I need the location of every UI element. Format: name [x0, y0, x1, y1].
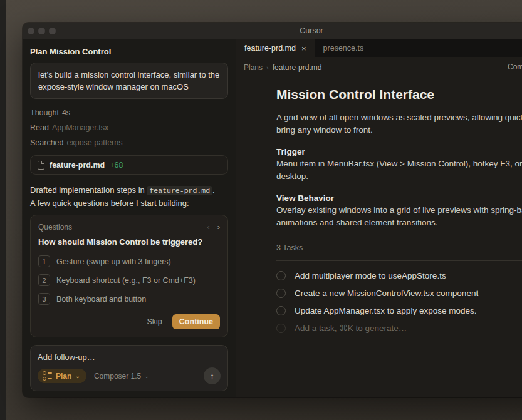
question-option-1[interactable]: 1 Gesture (swipe up with 3 fingers): [38, 254, 220, 269]
option-key-badge: 2: [38, 274, 50, 286]
close-icon[interactable]: ×: [301, 44, 306, 53]
editor-pane: feature-prd.md × presence.ts Plans › fea…: [236, 39, 522, 397]
section-body-view-behavior: Overlay existing windows into a grid of …: [276, 204, 522, 229]
option-label: Both keyboard and button: [56, 295, 146, 304]
window-title: Cursor: [23, 23, 522, 39]
question-option-2[interactable]: 2 Keyboard shortcut (e.g., F3 or Cmd+F3): [38, 273, 220, 287]
option-label: Gesture (swipe up with 3 fingers): [56, 257, 171, 266]
file-chip-name: feature-prd.md: [50, 161, 105, 170]
plan-panel: Plan Mission Control let's build a missi…: [23, 39, 236, 397]
question-option-3[interactable]: 3 Both keyboard and button: [38, 292, 220, 306]
chevron-down-icon: ⌄: [144, 373, 149, 379]
desktop-edge-strip: [0, 0, 6, 420]
message-text: .: [212, 185, 215, 195]
doc-text-line: desktop.: [276, 170, 522, 183]
continue-button[interactable]: Continue: [172, 314, 220, 329]
activity-detail: AppManager.tsx: [52, 123, 108, 132]
user-prompt-quote: let's build a mission control interface,…: [30, 63, 228, 99]
question-options: 1 Gesture (swipe up with 3 fingers) 2 Ke…: [38, 254, 220, 306]
model-label: Composer 1.5: [94, 372, 141, 381]
tab-label: feature-prd.md: [244, 44, 296, 53]
mode-selector[interactable]: Plan ⌄: [38, 369, 86, 383]
tab-feature-prd[interactable]: feature-prd.md ×: [236, 39, 315, 57]
file-chip-additions: +68: [110, 161, 123, 170]
tab-bar: feature-prd.md × presence.ts: [236, 39, 522, 57]
plan-panel-title: Plan Mission Control: [30, 47, 228, 56]
doc-text-line: Overlay existing windows into a grid of …: [276, 204, 522, 217]
task-checkbox-icon[interactable]: [276, 271, 286, 280]
breadcrumb-folder[interactable]: Plans: [244, 63, 263, 72]
message-text: Drafted implementation steps in: [30, 185, 147, 195]
plan-list-icon: [43, 371, 52, 381]
send-button[interactable]: ↑: [204, 367, 221, 384]
doc-text-line: animations and shared element transition…: [276, 217, 522, 229]
activity-detail: expose patterns: [67, 138, 123, 147]
option-key-badge: 1: [38, 255, 50, 267]
section-heading-trigger: Trigger: [276, 147, 522, 156]
task-row[interactable]: Update AppManager.tsx to apply expose mo…: [276, 302, 522, 319]
activity-label: Thought: [30, 108, 59, 117]
task-checkbox-icon[interactable]: [276, 306, 286, 315]
activity-searched[interactable]: Searched expose patterns: [30, 135, 228, 150]
followup-input[interactable]: Add follow-up…: [38, 352, 221, 362]
section-heading-view-behavior: View Behavior: [276, 193, 522, 203]
chevron-down-icon: ⌄: [75, 373, 80, 379]
titlebar: Cursor: [23, 23, 522, 39]
doc-text-line: Menu item in MenuBar.tsx (View > Mission…: [276, 158, 522, 170]
add-task-label: Add a task, ⌘K to generate…: [295, 323, 407, 333]
tasks-count-label: 3 Tasks: [276, 243, 522, 252]
doc-text-line: A grid view of all open windows as scale…: [276, 111, 522, 124]
chevron-left-icon[interactable]: ‹: [207, 222, 209, 232]
activity-thought[interactable]: Thought 4s: [30, 105, 228, 120]
activity-label: Searched: [30, 138, 64, 147]
activity-detail: 4s: [62, 108, 70, 117]
add-task-row[interactable]: Add a task, ⌘K to generate…: [276, 319, 522, 337]
arrow-up-icon: ↑: [210, 371, 214, 381]
inline-code: feature-prd.md: [147, 186, 212, 195]
tab-presence[interactable]: presence.ts: [315, 39, 373, 57]
task-checkbox-icon[interactable]: [276, 289, 286, 298]
task-label: Update AppManager.tsx to apply expose mo…: [295, 306, 476, 315]
tab-label: presence.ts: [323, 44, 364, 53]
breadcrumb-file[interactable]: feature-prd.md: [273, 63, 322, 72]
chevron-right-icon: ›: [266, 64, 269, 71]
agent-activity-list: Thought 4s Read AppManager.tsx Searched …: [30, 105, 228, 150]
followup-composer[interactable]: Add follow-up… Plan ⌄ Composer 1.5 ⌄ ↑: [30, 345, 228, 391]
question-text: How should Mission Control be triggered?: [38, 237, 220, 247]
divider: [276, 260, 522, 261]
doc-text-line: bring any window to front.: [276, 124, 522, 136]
task-label: Create a new MissionControlView.tsx comp…: [295, 289, 478, 298]
task-label: Add multiplayer mode to useAppStore.ts: [295, 271, 446, 280]
chevron-right-icon[interactable]: ›: [217, 222, 220, 232]
mode-label: Plan: [56, 372, 71, 381]
activity-read[interactable]: Read AppManager.tsx: [30, 120, 228, 135]
questions-card: Questions ‹ › How should Mission Control…: [30, 215, 228, 337]
task-row[interactable]: Create a new MissionControlView.tsx comp…: [276, 284, 522, 302]
breadcrumb-right-label: Com: [508, 63, 522, 71]
task-list: Add multiplayer mode to useAppStore.ts C…: [276, 267, 522, 337]
message-text-line2: A few quick questions before I start bui…: [30, 197, 228, 210]
model-selector[interactable]: Composer 1.5 ⌄: [94, 372, 149, 381]
skip-button[interactable]: Skip: [147, 317, 162, 326]
section-body-trigger: Menu item in MenuBar.tsx (View > Mission…: [276, 158, 522, 183]
doc-intro: A grid view of all open windows as scale…: [276, 111, 522, 136]
agent-message: Drafted implementation steps in feature-…: [30, 184, 228, 210]
markdown-document: Mission Control Interface A grid view of…: [236, 78, 522, 337]
cursor-window: Cursor Plan Mission Control let's build …: [23, 23, 522, 397]
breadcrumb: Plans › feature-prd.md Com: [236, 57, 522, 78]
activity-label: Read: [30, 123, 49, 132]
file-diff-chip[interactable]: feature-prd.md +68: [30, 155, 228, 175]
option-label: Keyboard shortcut (e.g., F3 or Cmd+F3): [56, 276, 196, 285]
task-checkbox-icon: [276, 324, 286, 333]
task-row[interactable]: Add multiplayer mode to useAppStore.ts: [276, 267, 522, 284]
option-key-badge: 3: [38, 293, 50, 305]
doc-title: Mission Control Interface: [276, 87, 522, 102]
questions-label: Questions: [38, 223, 72, 232]
document-icon: [38, 161, 44, 170]
